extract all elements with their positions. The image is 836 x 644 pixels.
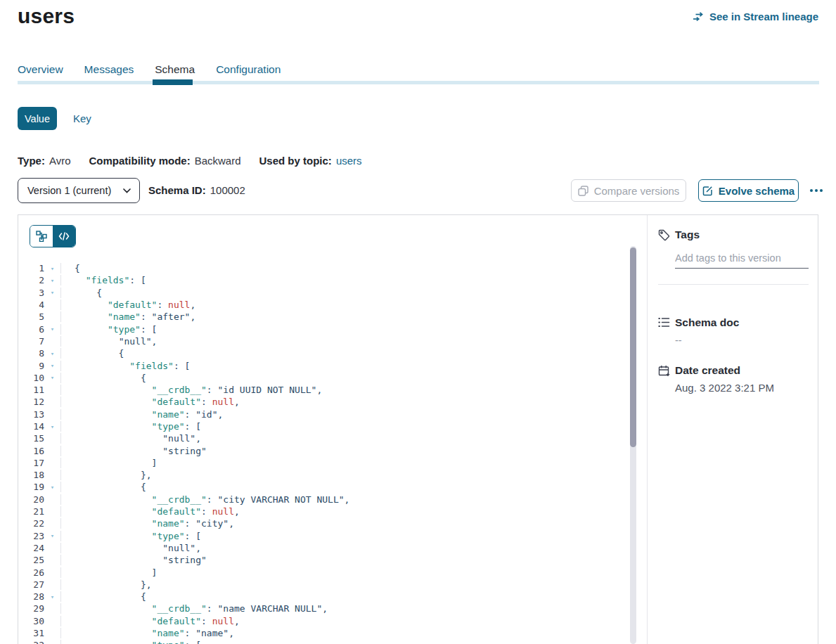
code-line: 16 "string" bbox=[18, 444, 629, 456]
fold-arrow-icon[interactable]: ▾ bbox=[44, 289, 60, 296]
line-number: 29 bbox=[18, 603, 44, 614]
tab-overview[interactable]: Overview bbox=[18, 63, 63, 76]
tab-configuration[interactable]: Configuration bbox=[216, 63, 281, 76]
calendar-add-icon bbox=[658, 365, 670, 377]
line-number: 10 bbox=[18, 373, 44, 383]
fold-arrow-icon[interactable]: ▾ bbox=[44, 532, 60, 539]
code-text: "name": "id", bbox=[60, 409, 223, 420]
code-line: 2▾ "fields": [ bbox=[18, 274, 629, 286]
fold-arrow-icon[interactable]: ▾ bbox=[44, 326, 60, 333]
line-number: 6 bbox=[18, 324, 44, 335]
line-number: 3 bbox=[18, 288, 44, 298]
code-text: }, bbox=[60, 470, 152, 480]
compatibility-value: Backward bbox=[195, 155, 241, 167]
code-text: "type": [ bbox=[60, 324, 157, 335]
date-created-section-title: Date created bbox=[675, 364, 740, 377]
tab-underline-track bbox=[18, 81, 819, 84]
code-text: "type": [ bbox=[60, 640, 201, 644]
fold-arrow-icon[interactable]: ▾ bbox=[44, 374, 60, 381]
schema-doc-value: -- bbox=[675, 335, 682, 346]
fold-arrow-icon[interactable]: ▾ bbox=[44, 350, 60, 357]
line-number: 25 bbox=[18, 555, 44, 565]
compare-versions-button[interactable]: Compare versions bbox=[571, 179, 686, 202]
list-icon bbox=[658, 317, 670, 329]
tree-view-button[interactable] bbox=[30, 226, 53, 247]
key-toggle-button[interactable]: Key bbox=[73, 112, 91, 124]
schema-meta-row: Type: Avro Compatibility mode: Backward … bbox=[18, 155, 362, 167]
line-number: 20 bbox=[18, 494, 44, 505]
line-number: 8 bbox=[18, 348, 44, 359]
line-number: 4 bbox=[18, 300, 44, 310]
topic-link[interactable]: users bbox=[336, 155, 362, 167]
fold-arrow-icon[interactable]: ▾ bbox=[44, 484, 60, 491]
code-text: "name": "city", bbox=[60, 518, 234, 529]
code-line: 8▾ { bbox=[18, 347, 629, 359]
code-text: "fields": [ bbox=[60, 361, 190, 371]
compatibility-label: Compatibility mode: bbox=[89, 155, 190, 167]
stream-lineage-icon bbox=[693, 11, 705, 22]
code-line: 28▾ { bbox=[18, 591, 629, 603]
editor-view-toggle bbox=[30, 225, 76, 247]
code-view-button[interactable] bbox=[53, 226, 75, 247]
code-line: 29 "__crdb__": "name VARCHAR NULL", bbox=[18, 603, 629, 614]
tab-messages[interactable]: Messages bbox=[84, 63, 134, 76]
code-text: "default": null, bbox=[60, 506, 240, 517]
version-select-value: Version 1 (current) bbox=[27, 185, 111, 196]
type-value: Avro bbox=[49, 155, 71, 167]
line-number: 14 bbox=[18, 421, 44, 432]
code-text: { bbox=[60, 348, 124, 359]
fold-arrow-icon[interactable]: ▾ bbox=[44, 423, 60, 430]
line-number: 5 bbox=[18, 311, 44, 322]
code-text: "default": null, bbox=[60, 616, 240, 626]
chevron-down-icon bbox=[123, 188, 131, 193]
copy-icon bbox=[578, 186, 589, 196]
code-text: "default": null, bbox=[60, 300, 195, 310]
version-select[interactable]: Version 1 (current) bbox=[18, 178, 140, 203]
code-line: 6▾ "type": [ bbox=[18, 323, 629, 335]
line-number: 24 bbox=[18, 543, 44, 553]
fold-arrow-icon[interactable]: ▾ bbox=[44, 362, 60, 369]
code-view-icon bbox=[58, 232, 70, 240]
code-line: 9▾ "fields": [ bbox=[18, 359, 629, 371]
code-line: 17 ] bbox=[18, 457, 629, 469]
code-line: 3▾ { bbox=[18, 287, 629, 299]
fold-arrow-icon[interactable]: ▾ bbox=[44, 593, 60, 600]
code-text: ] bbox=[60, 567, 157, 578]
fold-arrow-icon[interactable]: ▾ bbox=[44, 277, 60, 284]
code-line: 32▾ "type": [ bbox=[18, 639, 629, 644]
line-number: 23 bbox=[18, 531, 44, 541]
code-line: 7 "null", bbox=[18, 335, 629, 347]
code-line: 26 ] bbox=[18, 566, 629, 578]
value-toggle-button[interactable]: Value bbox=[18, 107, 57, 130]
sidebar-section-divider bbox=[658, 284, 809, 285]
code-text: { bbox=[60, 482, 146, 492]
code-line: 10▾ { bbox=[18, 372, 629, 384]
code-text: "null", bbox=[60, 336, 157, 347]
code-line: 21 "default": null, bbox=[18, 505, 629, 517]
fold-arrow-icon[interactable]: ▾ bbox=[44, 265, 60, 272]
tab-active-underline bbox=[153, 79, 193, 85]
code-text: "string" bbox=[60, 446, 207, 456]
schema-id-value: 100002 bbox=[210, 184, 245, 196]
tab-schema[interactable]: Schema bbox=[155, 63, 195, 76]
more-options-button[interactable] bbox=[806, 179, 827, 202]
line-number: 32 bbox=[18, 640, 44, 644]
code-text: }, bbox=[60, 579, 152, 590]
line-number: 28 bbox=[18, 591, 44, 602]
code-text: "string" bbox=[60, 555, 207, 565]
add-tags-input[interactable] bbox=[675, 247, 809, 269]
editor-scrollbar-thumb[interactable] bbox=[630, 247, 636, 447]
code-line: 1▾{ bbox=[18, 262, 629, 274]
schema-page: users See in Stream lineage Overview Mes… bbox=[0, 0, 836, 644]
code-text: { bbox=[60, 591, 146, 602]
stream-lineage-link[interactable]: See in Stream lineage bbox=[693, 11, 818, 22]
code-line: 12 "default": null, bbox=[18, 396, 629, 408]
line-number: 9 bbox=[18, 361, 44, 371]
code-line: 15 "null", bbox=[18, 432, 629, 444]
code-text: "type": [ bbox=[60, 421, 201, 432]
tab-bar: Overview Messages Schema Configuration bbox=[18, 63, 281, 76]
schema-doc-section-title: Schema doc bbox=[675, 316, 739, 329]
code-line: 11 "__crdb__": "id UUID NOT NULL", bbox=[18, 384, 629, 396]
evolve-schema-button[interactable]: Evolve schema bbox=[698, 179, 799, 202]
code-line: 5 "name": "after", bbox=[18, 311, 629, 323]
